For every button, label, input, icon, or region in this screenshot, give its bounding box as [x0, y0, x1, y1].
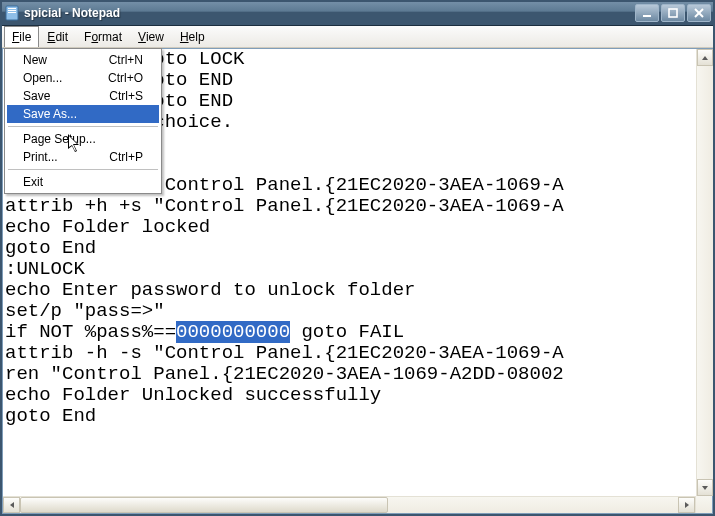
- svg-rect-4: [643, 15, 651, 17]
- editor-line[interactable]: ren "Control Panel.{21EC2020-3AEA-1069-A…: [5, 364, 712, 385]
- menu-item-label: Page Setup...: [23, 132, 96, 146]
- menubar: File Edit Format View Help NewCtrl+NOpen…: [0, 26, 715, 48]
- menu-edit-label: Edit: [47, 30, 68, 44]
- file-menu-item[interactable]: Open...Ctrl+O: [7, 69, 159, 87]
- menu-item-label: Print...: [23, 150, 58, 164]
- editor-line[interactable]: if NOT %pass%==0000000000 goto FAIL: [5, 322, 712, 343]
- svg-rect-1: [8, 8, 16, 9]
- menu-file-label: File: [12, 30, 31, 44]
- editor-line[interactable]: attrib +h +s "Control Panel.{21EC2020-3A…: [5, 196, 712, 217]
- menu-view-label: View: [138, 30, 164, 44]
- vscroll-track[interactable]: [697, 66, 713, 479]
- svg-marker-13: [685, 502, 689, 508]
- titlebar[interactable]: spicial - Notepad: [0, 0, 715, 26]
- close-button[interactable]: [687, 4, 711, 22]
- file-menu-item[interactable]: NewCtrl+N: [7, 51, 159, 69]
- file-menu-item[interactable]: Page Setup...: [7, 130, 159, 148]
- file-menu-item[interactable]: Print...Ctrl+P: [7, 148, 159, 166]
- editor-line[interactable]: echo Folder Unlocked successfully: [5, 385, 712, 406]
- file-menu-item[interactable]: Save As...: [7, 105, 159, 123]
- scroll-corner: [695, 496, 712, 513]
- menu-item-shortcut: Ctrl+O: [108, 71, 143, 85]
- maximize-button[interactable]: [661, 4, 685, 22]
- file-menu-item[interactable]: SaveCtrl+S: [7, 87, 159, 105]
- horizontal-scrollbar[interactable]: [3, 496, 695, 513]
- editor-line[interactable]: :UNLOCK: [5, 259, 712, 280]
- menu-item-shortcut: Ctrl+N: [109, 53, 143, 67]
- menu-item-label: Save As...: [23, 107, 77, 121]
- editor-line[interactable]: echo Folder locked: [5, 217, 712, 238]
- menu-item-shortcut: Ctrl+S: [109, 89, 143, 103]
- menu-item-label: Save: [23, 89, 50, 103]
- menu-format[interactable]: Format: [76, 26, 130, 47]
- window-title: spicial - Notepad: [24, 6, 633, 20]
- vertical-scrollbar[interactable]: [696, 49, 713, 496]
- menu-help[interactable]: Help: [172, 26, 213, 47]
- svg-rect-3: [8, 12, 16, 13]
- editor-line[interactable]: goto End: [5, 238, 712, 259]
- hscroll-track[interactable]: [20, 497, 678, 513]
- menu-separator: [8, 126, 158, 127]
- svg-rect-2: [8, 10, 16, 11]
- text-selection: 0000000000: [176, 321, 290, 343]
- editor-line[interactable]: attrib -h -s "Control Panel.{21EC2020-3A…: [5, 343, 712, 364]
- editor-line[interactable]: goto End: [5, 406, 712, 427]
- scroll-down-button[interactable]: [697, 479, 713, 496]
- menu-help-label: Help: [180, 30, 205, 44]
- menu-edit[interactable]: Edit: [39, 26, 76, 47]
- svg-marker-12: [10, 502, 14, 508]
- editor-line[interactable]: echo Enter password to unlock folder: [5, 280, 712, 301]
- file-menu-dropdown: NewCtrl+NOpen...Ctrl+OSaveCtrl+SSave As.…: [4, 48, 162, 194]
- menu-file[interactable]: File: [4, 26, 39, 47]
- menu-item-label: Exit: [23, 175, 43, 189]
- editor-line[interactable]: set/p "pass=>": [5, 301, 712, 322]
- minimize-button[interactable]: [635, 4, 659, 22]
- svg-rect-5: [669, 9, 677, 17]
- notepad-app-icon: [4, 5, 20, 21]
- file-menu-item[interactable]: Exit: [7, 173, 159, 191]
- scroll-left-button[interactable]: [3, 497, 20, 513]
- svg-marker-10: [702, 56, 708, 60]
- svg-marker-11: [702, 486, 708, 490]
- menu-item-shortcut: Ctrl+P: [109, 150, 143, 164]
- menu-format-label: Format: [84, 30, 122, 44]
- menu-view[interactable]: View: [130, 26, 172, 47]
- hscroll-thumb[interactable]: [20, 497, 388, 513]
- scroll-right-button[interactable]: [678, 497, 695, 513]
- scroll-up-button[interactable]: [697, 49, 713, 66]
- menu-item-label: Open...: [23, 71, 62, 85]
- menu-separator: [8, 169, 158, 170]
- menu-item-label: New: [23, 53, 47, 67]
